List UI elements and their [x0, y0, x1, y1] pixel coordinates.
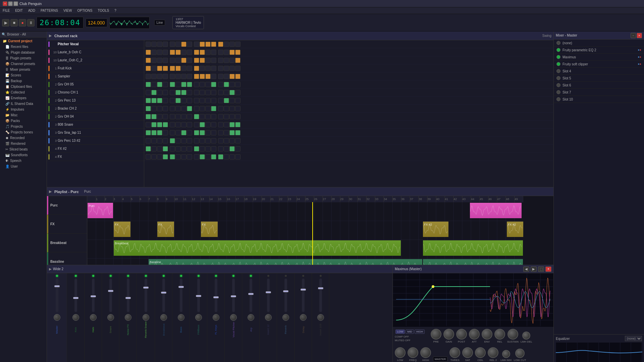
beat-btn-9-12[interactable]	[218, 114, 223, 119]
beat-btn-3-1[interactable]	[151, 66, 157, 71]
mixer-knob-0[interactable]	[54, 314, 60, 321]
mixer-fader-12[interactable]	[267, 279, 270, 312]
bpm-display[interactable]: 124.000	[86, 18, 107, 27]
beat-btn-14-5[interactable]	[175, 154, 181, 160]
beat-btn-6-12[interactable]	[218, 90, 223, 95]
fx-item-3[interactable]: Fruity soft clipper ●●	[554, 61, 644, 68]
beat-btn-2-5[interactable]	[175, 58, 181, 63]
beat-btn-5-11[interactable]	[211, 82, 216, 87]
beat-btn-14-0[interactable]	[146, 154, 151, 160]
beat-btn-1-4[interactable]	[170, 50, 175, 55]
beat-btn-12-4[interactable]	[170, 138, 175, 143]
beat-btn-14-14[interactable]	[229, 154, 235, 160]
fx-toggle-5[interactable]	[556, 76, 560, 80]
mixer-fader-5[interactable]	[145, 279, 147, 312]
beat-btn-2-6[interactable]	[181, 58, 186, 63]
beat-btn-4-1[interactable]	[151, 74, 157, 79]
browser-item-soundfonts[interactable]: 🎹Soundfonts	[1, 152, 46, 158]
beat-btn-13-14[interactable]	[229, 146, 235, 152]
beat-btn-6-13[interactable]	[224, 90, 229, 95]
beat-btn-10-11[interactable]	[211, 122, 216, 127]
beat-btn-0-2[interactable]	[157, 42, 162, 47]
mixer-led-6[interactable]	[163, 275, 165, 277]
mixer-knob-12[interactable]	[265, 314, 272, 321]
beat-btn-4-5[interactable]	[175, 74, 181, 79]
eq-preset-select[interactable]: (none)	[625, 336, 642, 341]
band-mid[interactable]: MID	[406, 329, 414, 334]
beat-btn-5-3[interactable]	[163, 82, 168, 87]
beat-btn-1-7[interactable]	[187, 50, 192, 55]
mixer-led-2[interactable]	[92, 275, 94, 277]
beat-btn-8-15[interactable]	[235, 106, 240, 111]
mixer-led-10[interactable]	[232, 275, 234, 277]
beat-btn-12-8[interactable]	[194, 138, 199, 143]
beat-btn-0-5[interactable]	[175, 42, 181, 47]
beat-btn-5-5[interactable]	[175, 82, 181, 87]
mixer-fader-9[interactable]	[215, 279, 217, 312]
beat-btn-0-6[interactable]	[181, 42, 186, 47]
beat-btn-0-14[interactable]	[229, 42, 235, 47]
beat-btn-5-9[interactable]	[200, 82, 205, 87]
beat-btn-12-1[interactable]	[151, 138, 157, 143]
beat-btn-2-3[interactable]	[163, 58, 168, 63]
browser-item-current-project[interactable]: 📁Current project	[1, 38, 46, 44]
beat-btn-9-2[interactable]	[157, 114, 162, 119]
beat-btn-8-10[interactable]	[205, 106, 211, 111]
beat-btn-4-4[interactable]	[170, 74, 175, 79]
mixer-knob-11[interactable]	[248, 314, 254, 321]
channel-row-0[interactable]: Pitcher Vocal	[47, 40, 144, 48]
mixer-ch-name-7[interactable]: Bass	[179, 327, 182, 333]
beat-btn-0-13[interactable]	[224, 42, 229, 47]
beat-btn-2-15[interactable]	[235, 58, 240, 63]
beat-btn-4-11[interactable]	[211, 74, 216, 79]
mixer-led-5[interactable]	[145, 275, 147, 277]
track-label-purc[interactable]: Purc	[47, 196, 87, 215]
beat-btn-8-13[interactable]	[224, 106, 229, 111]
beat-btn-14-7[interactable]	[187, 154, 192, 160]
mixer-led-12[interactable]	[267, 275, 269, 277]
beat-btn-8-3[interactable]	[163, 106, 168, 111]
pause-button[interactable]: ⏸	[27, 19, 35, 26]
beat-btn-3-13[interactable]	[224, 66, 229, 71]
beat-btn-12-10[interactable]	[205, 138, 211, 143]
fx-item-7[interactable]: Slot 7	[554, 89, 644, 96]
beat-btn-7-13[interactable]	[224, 98, 229, 103]
mixer-ch-name-11[interactable]: Arp	[249, 327, 252, 331]
beat-btn-13-1[interactable]	[151, 146, 157, 152]
maximus-next[interactable]: ▶	[531, 266, 537, 272]
beat-btn-2-9[interactable]	[200, 58, 205, 63]
beat-btn-5-2[interactable]	[157, 82, 162, 87]
beat-btn-4-10[interactable]	[205, 74, 211, 79]
browser-item-rendered[interactable]: 🎬Rendered	[1, 141, 46, 146]
mixer-ch-name-14[interactable]: Delay	[302, 326, 305, 333]
fx-item-4[interactable]: Slot 4	[554, 68, 644, 75]
beat-btn-0-15[interactable]	[235, 42, 240, 47]
beat-btn-9-9[interactable]	[200, 114, 205, 119]
mixer-led-8[interactable]	[198, 275, 200, 277]
beat-btn-3-11[interactable]	[211, 66, 216, 71]
beat-btn-13-3[interactable]	[163, 146, 168, 152]
beat-btn-6-0[interactable]	[146, 90, 151, 95]
beat-btn-1-1[interactable]	[151, 50, 157, 55]
beat-btn-1-12[interactable]	[218, 50, 223, 55]
beat-btn-1-6[interactable]	[181, 50, 186, 55]
menu-tools[interactable]: TOOLS	[96, 8, 110, 13]
menu-patterns[interactable]: PATTERNS	[39, 8, 59, 13]
beat-btn-6-11[interactable]	[211, 90, 216, 95]
beat-btn-8-6[interactable]	[181, 106, 186, 111]
mode-selector[interactable]: Line	[154, 20, 165, 25]
channel-row-10[interactable]: 3808 Snare	[47, 121, 144, 129]
beat-btn-3-0[interactable]	[146, 66, 151, 71]
beat-btn-0-10[interactable]	[205, 42, 211, 47]
beat-btn-6-1[interactable]	[151, 90, 157, 95]
channel-row-13[interactable]: 4FX #2	[47, 145, 144, 153]
beat-btn-10-1[interactable]	[151, 122, 157, 127]
beat-btn-3-4[interactable]	[170, 66, 175, 71]
fx-toggle-8[interactable]	[556, 97, 560, 101]
beat-btn-11-1[interactable]	[151, 130, 157, 135]
beat-btn-11-10[interactable]	[205, 130, 211, 135]
maximus-float[interactable]: ⬚	[538, 266, 544, 272]
beat-btn-8-8[interactable]	[194, 106, 199, 111]
beat-btn-5-14[interactable]	[229, 82, 235, 87]
beat-btn-5-8[interactable]	[194, 82, 199, 87]
